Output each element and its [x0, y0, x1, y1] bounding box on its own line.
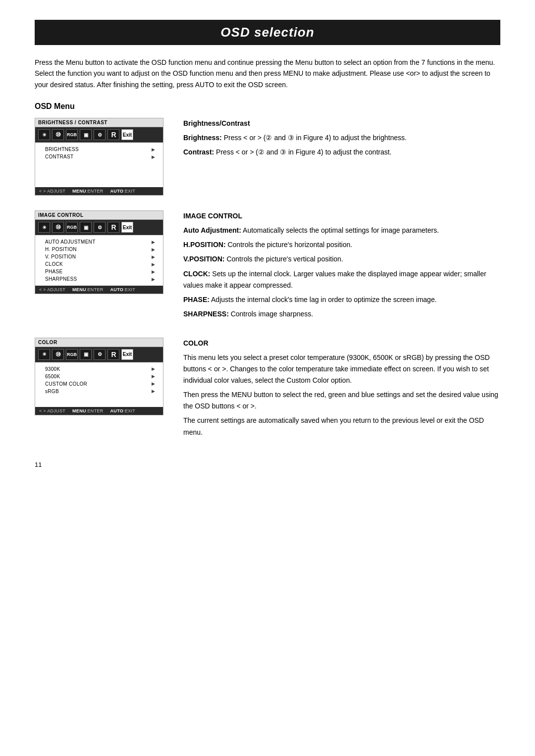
desc-brightness: Brightness/Contrast Brightness: Press < … — [183, 118, 500, 161]
wrench-icon: ⚙ — [94, 129, 106, 140]
desc-heading-brightness: Brightness/Contrast — [183, 118, 500, 129]
bottom-bar-color: < > ADJUST MENU:ENTER AUTO:EXIT — [35, 407, 163, 415]
menu-item-contrast: CONTRAST▶ — [35, 153, 163, 160]
menu-item-h-pos: H. POSITION▶ — [35, 246, 163, 253]
desc-heading-color: COLOR — [183, 338, 500, 349]
osd-menu-heading: OSD Menu — [35, 102, 500, 111]
exit-button-3[interactable]: Exit — [121, 349, 133, 360]
osd-panel-image-control: IMAGE CONTROL ☀ ⑩ RGB ▣ ⚙ R Exit AUTO AD… — [35, 210, 163, 294]
rgb-icon-2: RGB — [66, 222, 78, 233]
page-title: OSD selection — [45, 25, 490, 40]
brightness-icon: ⑩ — [52, 129, 64, 140]
rgb-icon: RGB — [66, 129, 78, 140]
rgb-icon-3: RGB — [66, 349, 78, 360]
icons-bar-brightness: ☀ ⑩ RGB ▣ ⚙ R Exit — [35, 127, 163, 143]
osd-panel-brightness: BRIGHTNESS / CONTRAST ☀ ⑩ RGB ▣ ⚙ R Exit… — [35, 118, 163, 196]
panel-title-image-control: IMAGE CONTROL — [35, 211, 163, 220]
menu-item-phase: PHASE▶ — [35, 268, 163, 275]
icons-bar-image-control: ☀ ⑩ RGB ▣ ⚙ R Exit — [35, 220, 163, 235]
menu-item-brightness: BRIGHTNESS▶ — [35, 146, 163, 153]
section-brightness-contrast: BRIGHTNESS / CONTRAST ☀ ⑩ RGB ▣ ⚙ R Exit… — [35, 118, 500, 196]
menu-item-clock: CLOCK▶ — [35, 260, 163, 268]
menu-item-6500k: 6500K▶ — [35, 373, 163, 380]
bottom-bar-image-control: < > ADJUST MENU:ENTER AUTO:EXIT — [35, 286, 163, 294]
menu-item-9300k: 9300K▶ — [35, 365, 163, 373]
monitor-icon-2: ▣ — [80, 222, 92, 233]
page-number: 11 — [35, 461, 500, 468]
monitor-icon: ▣ — [80, 129, 92, 140]
sun-icon-3: ☀ — [38, 349, 50, 360]
page-header: OSD selection — [35, 20, 500, 45]
brightness-icon-3: ⑩ — [52, 349, 64, 360]
intro-text: Press the Menu button to activate the OS… — [35, 57, 500, 90]
desc-image-control: IMAGE CONTROL Auto Adjustment: Automatic… — [183, 210, 500, 323]
exit-button[interactable]: Exit — [121, 129, 133, 140]
r-icon: R — [107, 129, 119, 140]
section-image-control: IMAGE CONTROL ☀ ⑩ RGB ▣ ⚙ R Exit AUTO AD… — [35, 210, 500, 323]
sun-icon: ☀ — [38, 129, 50, 140]
bottom-bar-brightness: < > ADJUST MENU:ENTER AUTO:EXIT — [35, 187, 163, 195]
menu-item-sharpness: SHARPNESS▶ — [35, 275, 163, 283]
desc-color: COLOR This menu lets you select a preset… — [183, 338, 500, 441]
icons-bar-color: ☀ ⑩ RGB ▣ ⚙ R Exit — [35, 347, 163, 362]
osd-panel-color: COLOR ☀ ⑩ RGB ▣ ⚙ R Exit 9300K▶ 6500K▶ C… — [35, 338, 163, 415]
sun-icon-2: ☀ — [38, 222, 50, 233]
menu-items-image-control: AUTO ADJUSTMENT▶ H. POSITION▶ V. POSITIO… — [35, 235, 163, 286]
section-color: COLOR ☀ ⑩ RGB ▣ ⚙ R Exit 9300K▶ 6500K▶ C… — [35, 338, 500, 441]
brightness-icon-2: ⑩ — [52, 222, 64, 233]
r-icon-3: R — [107, 349, 119, 360]
exit-button-2[interactable]: Exit — [121, 222, 133, 233]
desc-heading-image-control: IMAGE CONTROL — [183, 210, 500, 222]
panel-title-brightness: BRIGHTNESS / CONTRAST — [35, 118, 163, 127]
menu-item-v-pos: V. POSITION▶ — [35, 253, 163, 260]
menu-items-color: 9300K▶ 6500K▶ CUSTOM COLOR▶ sRGB▶ — [35, 362, 163, 407]
menu-item-srgb: sRGB▶ — [35, 388, 163, 395]
panel-title-color: COLOR — [35, 338, 163, 347]
menu-item-auto-adj: AUTO ADJUSTMENT▶ — [35, 238, 163, 246]
r-icon-2: R — [107, 222, 119, 233]
menu-item-custom-color: CUSTOM COLOR▶ — [35, 380, 163, 388]
menu-items-brightness: BRIGHTNESS▶ CONTRAST▶ — [35, 143, 163, 187]
monitor-icon-3: ▣ — [80, 349, 92, 360]
wrench-icon-3: ⚙ — [94, 349, 106, 360]
wrench-icon-2: ⚙ — [94, 222, 106, 233]
